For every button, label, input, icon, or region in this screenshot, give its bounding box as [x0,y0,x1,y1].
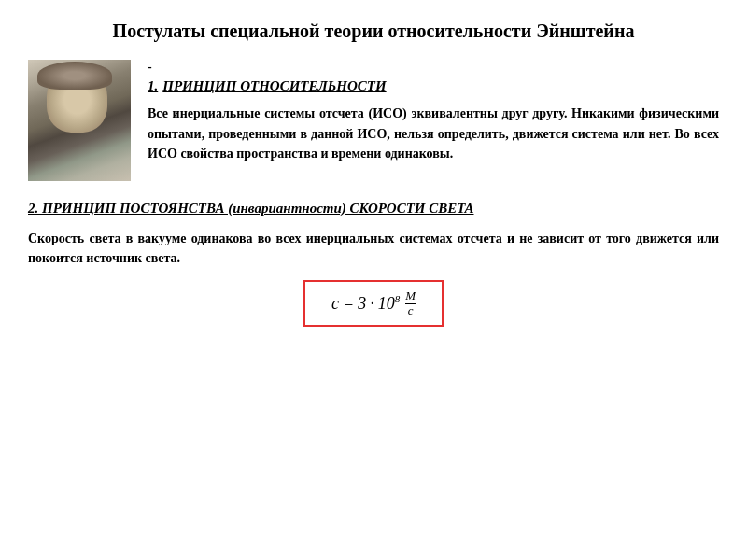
dash-item: - [148,60,719,75]
einstein-photo-inner [28,60,131,181]
formula-text: c = 3 · 108 М с [331,289,416,318]
main-title: Постулаты специальной теории относительн… [28,19,719,43]
formula-unit-numer: М [405,289,416,304]
principle2-text: Скорость света в вакууме одинакова во вс… [28,229,719,269]
principle1-label: ПРИНЦИП ОТНОСИТЕЛЬНОСТИ [162,78,386,94]
formula-container: c = 3 · 108 М с [28,280,719,328]
formula-equals: = [343,294,354,314]
formula-lhs: c [331,294,339,314]
formula-coeff: 3 [358,294,366,314]
formula-unit-denom: с [408,304,414,317]
einstein-photo [28,60,131,181]
principle1-title: 1. ПРИНЦИП ОТНОСИТЕЛЬНОСТИ [148,78,719,94]
formula-dot: · [370,294,374,314]
page: Постулаты специальной теории относительн… [0,0,747,560]
formula-power-exp: 8 [395,293,401,304]
formula-box: c = 3 · 108 М с [303,280,444,328]
section2: 2. ПРИНЦИП ПОСТОЯНСТВА (инвариантности) … [28,198,719,327]
formula-power: 108 [378,293,401,314]
principle1-text: Все инерциальные системы отсчета (ИСО) э… [148,104,719,164]
formula-power-base: 10 [378,294,395,313]
principle1-number: 1. [148,78,158,94]
section1: - 1. ПРИНЦИП ОТНОСИТЕЛЬНОСТИ Все инерциа… [28,60,719,181]
principle2-title: 2. ПРИНЦИП ПОСТОЯНСТВА (инвариантности) … [28,198,719,219]
formula-fraction: М с [405,289,416,318]
section1-text: - 1. ПРИНЦИП ОТНОСИТЕЛЬНОСТИ Все инерциа… [148,60,719,181]
